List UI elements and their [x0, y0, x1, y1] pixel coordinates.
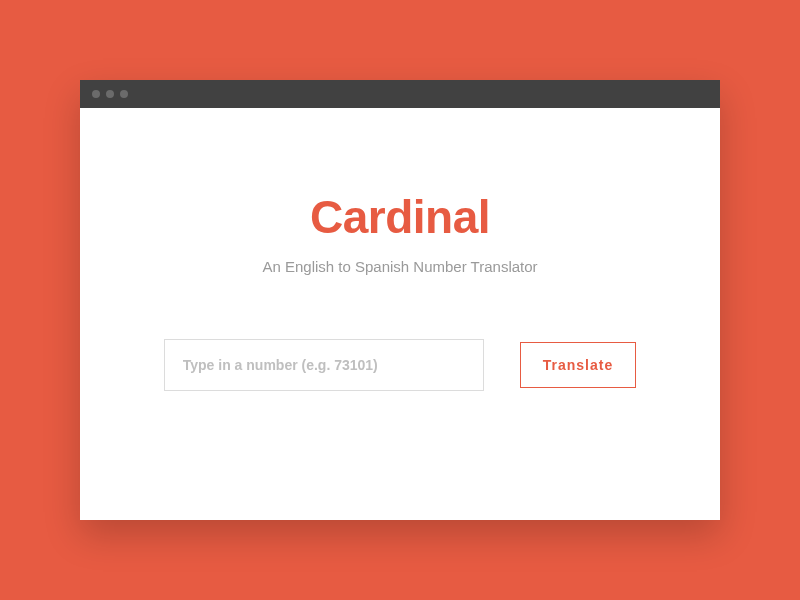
- app-title: Cardinal: [310, 190, 490, 244]
- close-icon[interactable]: [92, 90, 100, 98]
- translate-form: Translate: [164, 339, 636, 391]
- window-titlebar: [80, 80, 720, 108]
- translate-button[interactable]: Translate: [520, 342, 636, 388]
- minimize-icon[interactable]: [106, 90, 114, 98]
- app-window: Cardinal An English to Spanish Number Tr…: [80, 80, 720, 520]
- main-content: Cardinal An English to Spanish Number Tr…: [80, 108, 720, 520]
- app-subtitle: An English to Spanish Number Translator: [262, 258, 537, 275]
- maximize-icon[interactable]: [120, 90, 128, 98]
- number-input[interactable]: [164, 339, 484, 391]
